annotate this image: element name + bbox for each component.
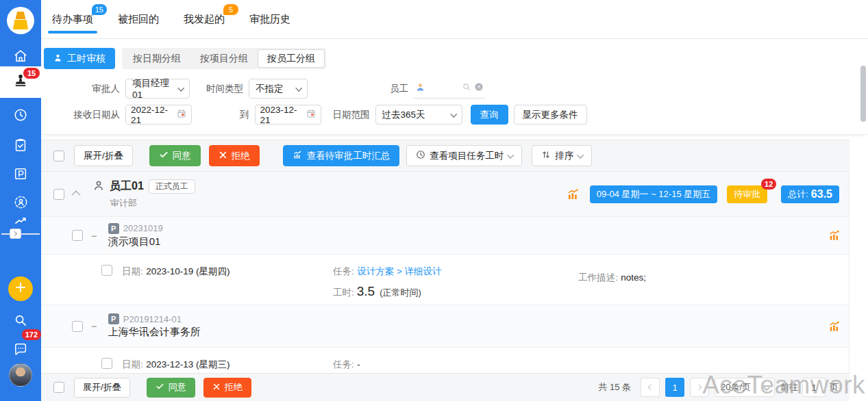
next-page-button[interactable] (690, 378, 709, 397)
chevron-down-icon (763, 383, 770, 390)
employee-name: 员工01 (110, 179, 144, 194)
sort-button[interactable]: 排序 (532, 145, 592, 166)
project-chart-icon[interactable] (828, 320, 841, 333)
sidebar-item-transfer[interactable] (0, 215, 41, 227)
sidebar: 15 (0, 0, 41, 401)
footer-reject-button[interactable]: 拒绝 (203, 378, 251, 398)
entry-checkbox[interactable] (101, 358, 112, 369)
entry-hours-label: 工时: (333, 287, 354, 299)
sidebar-item-approvals[interactable]: 15 (0, 66, 41, 98)
project-row[interactable]: − P P20191214-01 上海华讯会计事务所 (41, 305, 849, 348)
user-avatar[interactable] (9, 363, 32, 387)
sidebar-item-collaboration[interactable] (0, 190, 41, 217)
project-code: 20231019 (123, 223, 163, 233)
tab-history[interactable]: 审批历史 (249, 13, 290, 26)
goto-label: 前往 (780, 381, 798, 393)
page-size-select[interactable]: 20条/页 (715, 378, 775, 397)
home-icon (13, 49, 28, 66)
project-checkbox[interactable] (72, 230, 83, 241)
slider-handle[interactable] (10, 229, 21, 239)
timesheet-entry-row[interactable]: 日期: 2023-10-19 (星期四) 任务: 设计方案 > 详细设计 工时:… (41, 255, 849, 305)
group-chart-icon[interactable] (567, 187, 580, 201)
employee-search-input[interactable] (414, 79, 485, 99)
tab-todo[interactable]: 待办事项 15 (52, 13, 93, 26)
clock-small-icon (416, 150, 425, 161)
project-task-hours-button[interactable]: 查看项目任务工时 (406, 145, 522, 166)
calendar-icon[interactable] (306, 109, 316, 120)
footer-bar: 展开/折叠 同意 拒绝 共 15 条 1 20条/页 (41, 373, 850, 401)
project-row[interactable]: − P 20231019 演示项目01 (41, 217, 849, 255)
date-range-label: 日期范围 (333, 109, 370, 121)
app-logo[interactable] (0, 0, 41, 41)
project-chart-icon[interactable] (828, 229, 841, 242)
query-button[interactable]: 查询 (471, 105, 508, 125)
sidebar-item-projects[interactable] (0, 161, 41, 189)
footer-approve-button[interactable]: 同意 (147, 378, 195, 398)
entry-hours-value: 3.5 (357, 284, 375, 299)
sort-icon (541, 150, 551, 161)
timesheet-review-button[interactable]: 工时审核 (44, 48, 115, 69)
project-name: 演示项目01 (108, 235, 163, 248)
footer-select-all-checkbox[interactable] (53, 382, 64, 393)
employee-icon (92, 179, 105, 194)
sidebar-item-time[interactable] (0, 103, 41, 130)
search-small-icon[interactable] (462, 82, 471, 94)
employee-avatar-icon (415, 82, 425, 95)
todo-count-badge: 15 (92, 4, 107, 15)
collapse-minus-icon[interactable]: − (91, 231, 97, 241)
pending-status-badge: 待审批 12 (727, 185, 767, 203)
collapse-minus-icon[interactable]: − (91, 321, 97, 331)
group-by-project-tab[interactable]: 按项目分组 (190, 49, 258, 68)
more-conditions-button[interactable]: 显示更多条件 (514, 105, 587, 125)
approver-label: 审批人 (44, 83, 120, 95)
entry-task-value: - (357, 359, 360, 370)
sidebar-collapse-slider[interactable] (0, 229, 41, 240)
check-icon (159, 150, 169, 161)
goto-suffix: 页 (830, 381, 839, 393)
tab-rejected[interactable]: 被拒回的 (118, 13, 159, 26)
clear-input-icon[interactable] (474, 82, 484, 94)
entry-task-link[interactable]: 设计方案 > 详细设计 (357, 266, 441, 276)
reject-button[interactable]: 拒绝 (209, 145, 260, 166)
timesheet-entry-row[interactable]: 日期: 2023-12-13 (星期三) 任务: - (41, 348, 849, 374)
goto-page-control: 前往 1 页 (780, 378, 839, 397)
pending-summary-button[interactable]: 查看待审批工时汇总 (283, 145, 400, 166)
vertical-scrollbar[interactable] (860, 66, 866, 122)
approver-select[interactable]: 项目经理01 (125, 79, 190, 99)
group-checkbox[interactable] (53, 189, 64, 200)
date-from-input[interactable]: 2022-12-21 (125, 105, 192, 125)
current-page-button[interactable]: 1 (665, 378, 684, 397)
collapse-chevron-up-icon[interactable] (72, 191, 81, 200)
expand-collapse-button[interactable]: 展开/折叠 (74, 145, 133, 166)
project-checkbox[interactable] (72, 321, 83, 332)
project-badge-icon: P (108, 313, 119, 324)
prev-page-button[interactable] (641, 378, 660, 397)
active-tab-underline (48, 31, 97, 34)
messages-count-badge: 172 (22, 329, 41, 340)
footer-expand-collapse-button[interactable]: 展开/折叠 (74, 378, 130, 398)
person-icon (53, 53, 62, 64)
group-by-date-tab[interactable]: 按日期分组 (123, 49, 190, 68)
entry-desc-label: 工作描述: (578, 272, 618, 283)
date-range-select[interactable]: 过去365天 (375, 105, 462, 125)
approvals-count-badge: 15 (23, 68, 40, 79)
approve-button[interactable]: 同意 (149, 145, 201, 166)
select-all-checkbox[interactable] (53, 151, 64, 161)
chevron-left-icon (648, 385, 654, 390)
chevron-down-icon (177, 85, 184, 92)
date-to-input[interactable]: 2023-12-21 (255, 105, 321, 125)
entry-checkbox[interactable] (101, 265, 112, 276)
tab-initiated[interactable]: 我发起的 5 (184, 13, 225, 26)
sidebar-item-tasks[interactable] (0, 133, 41, 160)
logo-mark-icon (7, 7, 34, 34)
entry-date-label: 日期: (122, 266, 143, 276)
time-type-select[interactable]: 不指定 (249, 79, 308, 99)
goto-page-input[interactable]: 1 (802, 378, 826, 397)
employee-type-tag: 正式员工 (149, 179, 195, 194)
add-button[interactable] (8, 276, 33, 301)
group-by-employee-tab[interactable]: 按员工分组 (258, 49, 325, 68)
calendar-icon[interactable] (177, 109, 186, 120)
employee-group-row[interactable]: 员工01 正式员工 审计部 09-04 星期一 ~ 12-15 星期五 待审批 … (41, 172, 849, 217)
chart-icon (293, 150, 303, 162)
sidebar-messages-button[interactable]: 172 (0, 337, 41, 364)
